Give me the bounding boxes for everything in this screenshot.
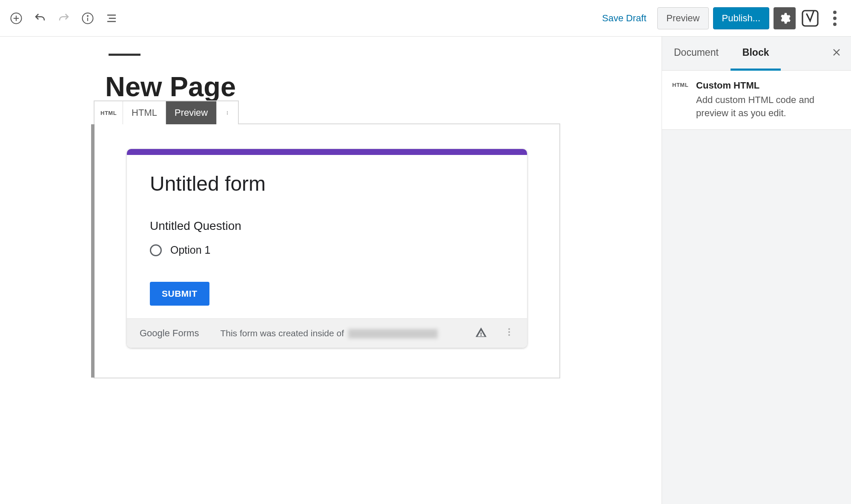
block-drag-handle[interactable]	[91, 124, 95, 378]
editor-area: New Page HTML HTML Preview Untitled for	[0, 37, 662, 504]
settings-button[interactable]	[774, 7, 796, 29]
form-option-row[interactable]: Option 1	[150, 244, 504, 256]
google-form-card: Untitled form Untitled Question Option 1…	[127, 149, 527, 348]
svg-point-16	[508, 328, 510, 330]
block-info-title: Custom HTML	[696, 80, 841, 91]
block-tab-preview[interactable]: Preview	[166, 101, 217, 124]
redo-icon	[57, 12, 70, 25]
form-option-label: Option 1	[170, 244, 211, 256]
radio-icon[interactable]	[150, 244, 162, 256]
more-vertical-icon	[825, 8, 845, 29]
warning-icon[interactable]	[475, 326, 487, 340]
svg-point-11	[833, 17, 837, 20]
toolbar-right: Save Draft Preview Publish...	[595, 7, 845, 29]
gear-icon	[778, 12, 791, 25]
google-form-accent-bar	[127, 149, 527, 155]
svg-point-14	[227, 112, 228, 113]
title-decoration	[109, 54, 140, 56]
outline-button[interactable]	[101, 8, 122, 29]
redacted-text	[348, 329, 438, 338]
form-title: Untitled form	[150, 172, 504, 195]
redo-button[interactable]	[54, 8, 74, 29]
svg-point-12	[833, 23, 837, 26]
sidebar-block-info: HTML Custom HTML Add custom HTML code an…	[662, 71, 851, 130]
block-more-button[interactable]	[217, 101, 238, 124]
add-block-button[interactable]	[6, 8, 26, 29]
form-question: Untitled Question	[150, 219, 504, 233]
top-toolbar: Save Draft Preview Publish...	[0, 0, 851, 37]
alert-triangle-icon	[475, 326, 487, 338]
html-icon: HTML	[672, 80, 688, 120]
undo-button[interactable]	[30, 8, 50, 29]
svg-point-18	[508, 334, 510, 336]
svg-point-5	[87, 15, 88, 16]
svg-point-15	[227, 114, 228, 115]
tab-block[interactable]: Block	[731, 37, 781, 71]
yoast-icon	[800, 8, 820, 29]
svg-rect-9	[802, 11, 818, 26]
google-forms-brand: Google Forms	[140, 328, 199, 339]
block-tab-html[interactable]: HTML	[123, 101, 166, 124]
more-menu-button[interactable]	[825, 8, 845, 29]
sidebar-tabs: Document Block	[662, 37, 851, 71]
info-button[interactable]	[77, 8, 98, 29]
svg-point-10	[833, 11, 837, 14]
sidebar-close-button[interactable]	[822, 37, 851, 70]
more-vertical-icon	[225, 108, 229, 117]
form-submit-button[interactable]: SUBMIT	[150, 282, 209, 306]
page-title[interactable]: New Page	[105, 73, 662, 100]
toolbar-left	[6, 8, 122, 29]
block-preview-body: Untitled form Untitled Question Option 1…	[95, 124, 559, 378]
form-origin-text: This form was created inside of	[220, 328, 437, 338]
publish-button[interactable]: Publish...	[713, 7, 770, 29]
svg-point-13	[227, 111, 228, 112]
list-icon	[105, 12, 118, 25]
custom-html-block[interactable]: HTML HTML Preview Untitled form Untitled…	[94, 123, 560, 378]
more-vertical-icon	[504, 327, 514, 337]
block-info-desc: Add custom HTML code and preview it as y…	[696, 94, 841, 120]
form-more-button[interactable]	[504, 326, 514, 340]
google-form-footer: Google Forms This form was created insid…	[127, 318, 527, 348]
undo-icon	[34, 12, 46, 25]
settings-sidebar: Document Block HTML Custom HTML Add cust…	[662, 37, 851, 504]
preview-button[interactable]: Preview	[657, 7, 708, 29]
block-toolbar: HTML HTML Preview	[94, 100, 239, 124]
plus-circle-icon	[10, 12, 23, 25]
svg-point-17	[508, 331, 510, 333]
close-icon	[831, 47, 842, 57]
yoast-button[interactable]	[800, 8, 820, 29]
tab-document[interactable]: Document	[662, 37, 731, 71]
save-draft-button[interactable]: Save Draft	[595, 9, 653, 28]
info-icon	[81, 12, 94, 25]
block-type-icon[interactable]: HTML	[95, 101, 123, 124]
